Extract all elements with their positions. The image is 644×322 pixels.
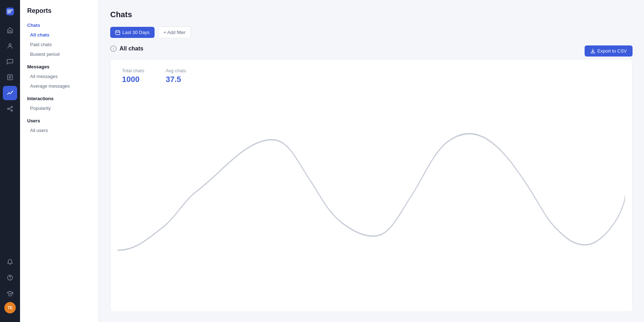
info-icon[interactable]: i	[110, 45, 117, 52]
sidebar-item-all-messages[interactable]: All messages	[20, 72, 98, 81]
section-top-bar: i All chats Export to CSV	[110, 45, 633, 58]
sidebar-item-paid-chats[interactable]: Paid chats	[20, 40, 98, 49]
chart-stats: Total chats 1000 Avg chats 37.5	[111, 59, 632, 84]
filter-label: Last 30 Days	[122, 30, 150, 35]
integrations-icon[interactable]	[3, 102, 17, 116]
avg-chats-stat: Avg chats 37.5	[166, 68, 186, 84]
chart-card: Total chats 1000 Avg chats 37.5	[110, 59, 633, 312]
chart-area	[111, 84, 632, 312]
sidebar-item-average-messages[interactable]: Average messages	[20, 81, 98, 91]
add-filter-label: + Add filter	[164, 30, 186, 35]
academy-icon[interactable]	[3, 286, 17, 301]
svg-point-8	[10, 279, 10, 279]
icon-nav-top	[3, 4, 17, 253]
page-title: Chats	[110, 10, 633, 19]
user-avatar[interactable]: TE	[4, 302, 16, 313]
contacts-icon[interactable]	[3, 39, 17, 53]
svg-point-6	[11, 110, 13, 111]
sidebar-item-all-chats[interactable]: All chats	[20, 30, 98, 40]
sidebar-section-interactions: Interactions	[20, 91, 98, 103]
reports-nav-icon[interactable]	[3, 86, 17, 100]
svg-rect-10	[116, 31, 120, 35]
chats-nav-icon[interactable]	[3, 54, 17, 69]
home-icon[interactable]	[3, 23, 17, 37]
sidebar-section-users: Users	[20, 113, 98, 126]
sidebar-item-all-users[interactable]: All users	[20, 126, 98, 135]
sidebar-title: Reports	[20, 7, 98, 20]
svg-point-3	[12, 91, 13, 92]
sidebar-item-busiest-period[interactable]: Busiest period	[20, 49, 98, 59]
bell-icon[interactable]	[3, 255, 17, 269]
icon-nav-bottom: TE	[3, 255, 17, 318]
svg-point-5	[11, 106, 13, 108]
tickets-icon[interactable]	[3, 70, 17, 84]
calendar-icon	[115, 30, 120, 35]
icon-nav: TE	[0, 0, 20, 322]
sidebar: Reports Chats All chats Paid chats Busie…	[20, 0, 99, 322]
help-icon[interactable]	[3, 270, 17, 285]
total-chats-value: 1000	[122, 75, 144, 84]
svg-point-1	[9, 44, 11, 46]
toolbar: Last 30 Days + Add filter	[110, 26, 633, 38]
total-chats-stat: Total chats 1000	[122, 68, 144, 84]
sidebar-section-chats[interactable]: Chats	[20, 20, 98, 30]
avg-chats-label: Avg chats	[166, 68, 186, 73]
total-chats-label: Total chats	[122, 68, 144, 73]
section-heading: i All chats	[110, 45, 143, 52]
line-chart-svg	[118, 88, 625, 304]
export-label: Export to CSV	[597, 48, 627, 54]
avg-chats-value: 37.5	[166, 75, 186, 84]
sidebar-item-popularity[interactable]: Popularity	[20, 103, 98, 113]
add-filter-button[interactable]: + Add filter	[158, 26, 191, 38]
date-filter-button[interactable]: Last 30 Days	[110, 27, 155, 38]
app-logo[interactable]	[3, 4, 17, 19]
section-heading-title: All chats	[119, 45, 143, 52]
sidebar-section-messages: Messages	[20, 59, 98, 72]
export-icon	[590, 49, 595, 54]
export-csv-button[interactable]: Export to CSV	[585, 45, 633, 57]
main-content: Chats Last 30 Days + Add filter i All ch…	[99, 0, 644, 322]
